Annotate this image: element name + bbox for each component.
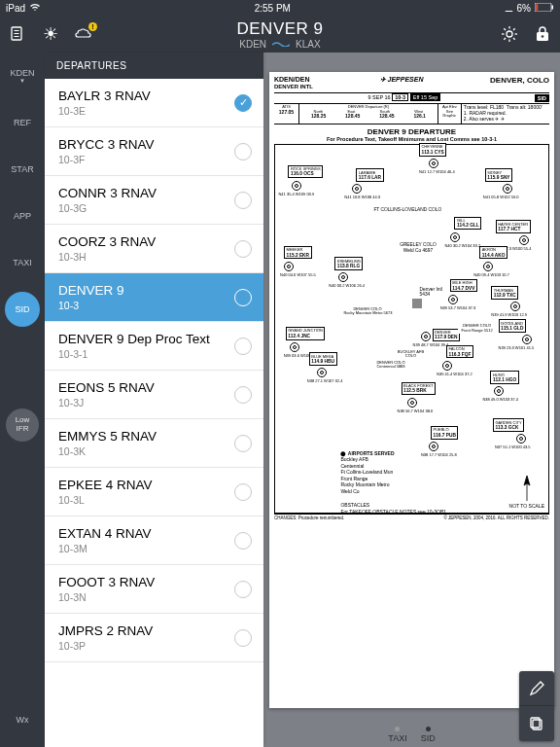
departure-radio[interactable] — [234, 532, 252, 550]
navaid: GILL114.2 GLLN40 30.2 W104 33.2 — [450, 232, 460, 242]
departure-radio[interactable]: ✓ — [234, 94, 252, 112]
departure-name: EXTAN 4 RNAV — [58, 526, 152, 541]
nav-rail: KDEN▼ REF STAR APP TAXI SID Low IFR Wx — [0, 53, 45, 747]
wifi-icon — [29, 3, 41, 14]
departures-list[interactable]: BAYLR 3 RNAV10-3E✓BRYCC 3 RNAV10-3FCONNR… — [45, 79, 263, 747]
rail-sid[interactable]: SID — [5, 292, 40, 327]
svg-point-17 — [542, 35, 544, 38]
navaid: LARAMIE117.6 LARN41 10.8 W108 44.3 — [352, 184, 362, 194]
navaid: HAYES CENTER117.7 HCTN40 27.3 W100 55.4 — [519, 235, 529, 245]
gear-icon[interactable] — [500, 24, 519, 44]
chart-panel[interactable]: KDEN/DEN DENVER INTL ✈ JEPPESEN DENVER, … — [263, 53, 560, 747]
departure-radio[interactable] — [234, 289, 252, 306]
rail-ref[interactable]: REF — [5, 105, 40, 140]
departure-row[interactable]: EXTAN 4 RNAV10-3M — [45, 516, 263, 565]
departure-radio[interactable] — [234, 143, 252, 160]
svg-rect-1 — [552, 5, 554, 9]
departure-radio[interactable] — [234, 483, 252, 501]
departure-name: EEONS 5 RNAV — [58, 380, 155, 395]
departure-code: 10-3-1 — [58, 348, 210, 360]
departure-row[interactable]: EPKEE 4 RNAV10-3L — [45, 468, 263, 516]
departure-radio[interactable] — [234, 581, 252, 598]
departure-radio[interactable] — [234, 240, 252, 258]
pager-tab-sid[interactable]: SID — [421, 733, 436, 743]
departure-row[interactable]: EEONS 5 RNAV10-3J — [45, 371, 263, 419]
departure-radio[interactable] — [234, 192, 252, 209]
departure-radio[interactable] — [234, 386, 252, 404]
pager-tab-taxi[interactable]: TAXI — [388, 733, 406, 743]
rail-wx[interactable]: Wx — [5, 702, 40, 737]
departure-row[interactable]: CONNR 3 RNAV10-3G — [45, 176, 263, 225]
navaid: BLUE MESA114.9 HBUN38 27.1 W107 02.4 — [317, 368, 327, 377]
navaid: DENVER COLOCentennial 5883 — [385, 365, 395, 374]
route-subtitle[interactable]: KDEN KLAX — [190, 39, 371, 50]
svg-rect-5 — [15, 33, 19, 34]
navaid: SIDNEY115.9 SNYN41 05.8 W102 59.0 — [503, 184, 512, 194]
top-toolbar: ☀ ! DENVER 9 KDEN KLAX — [0, 16, 560, 53]
navaid: MILE HIGH114.7 DVVN39 53.7 W104 37.3 — [448, 295, 458, 304]
svg-rect-4 — [15, 30, 19, 31]
chart-page: KDEN/DEN DENVER INTL ✈ JEPPESEN DENVER, … — [269, 72, 554, 708]
sun-icon[interactable]: ☀ — [41, 24, 60, 44]
departure-code: 10-3H — [58, 251, 156, 263]
chart-pager[interactable]: TAXI SID — [263, 727, 560, 743]
departure-code: 10-3P — [58, 640, 153, 652]
svg-line-12 — [504, 28, 506, 30]
departure-row[interactable]: EMMYS 5 RNAV10-3K — [45, 419, 263, 468]
departure-row[interactable]: BAYLR 3 RNAV10-3E✓ — [45, 79, 263, 127]
departure-row[interactable]: BRYCC 3 RNAV10-3F — [45, 127, 263, 176]
departure-radio[interactable] — [234, 435, 252, 452]
svg-rect-6 — [15, 36, 19, 37]
chart-map: ⬤ AIRPORTS SERVED Buckley AFB Centennial… — [274, 144, 549, 514]
navaid: DENVER COLOFront Range 5512 — [448, 328, 458, 338]
rail-airport[interactable]: KDEN▼ — [5, 58, 40, 93]
chart-city: DENVER, COLO — [490, 76, 549, 90]
departure-name: EMMYS 5 RNAV — [58, 429, 157, 444]
north-arrow-icon — [520, 476, 534, 501]
departure-code: 10-3M — [58, 543, 152, 554]
departure-radio[interactable] — [234, 338, 252, 355]
departure-code: 10-3 — [58, 300, 124, 311]
documents-icon[interactable] — [8, 24, 27, 44]
departure-row[interactable]: COORZ 3 RNAV10-3H — [45, 225, 263, 273]
navaid: AKRON114.4 AKON40 09.4 W103 10.7 — [483, 262, 493, 271]
chevron-down-icon: ▼ — [19, 78, 25, 84]
departures-header: DEPARTURES — [45, 53, 263, 79]
bluetooth-icon: ⚊ — [505, 3, 513, 14]
departure-row[interactable]: FOOOT 3 RNAV10-3N — [45, 565, 263, 614]
svg-line-13 — [513, 38, 515, 40]
weather-alert-icon[interactable]: ! — [74, 24, 93, 44]
navaid: FT COLLINS-LOVELAND COLOFt Collins-Lovel… — [402, 221, 411, 231]
annotate-button[interactable] — [519, 671, 554, 706]
departure-code: 10-3J — [58, 397, 155, 409]
jeppesen-logo: ✈ JEPPESEN — [380, 76, 424, 83]
copy-button[interactable] — [519, 706, 554, 741]
navaid: Denver Intl5434 — [412, 299, 422, 308]
departure-code: 10-3G — [58, 202, 157, 214]
departure-row[interactable]: JMPRS 2 RNAV10-3P — [45, 614, 263, 662]
chart-ident: KDEN/DEN — [274, 76, 313, 84]
rail-enroute[interactable]: Low IFR — [6, 409, 39, 442]
rail-star[interactable]: STAR — [5, 152, 40, 187]
route-wave-icon — [272, 42, 290, 47]
route-origin: KDEN — [239, 39, 266, 50]
navaid: GRAND JUNCTION112.4 JNCN39 03.6 W108 47.… — [290, 342, 299, 352]
battery-pct: 6% — [517, 3, 531, 14]
departure-radio[interactable] — [234, 629, 252, 647]
navaid: HUGO112.1 HGON38 49.0 W103 37.4 — [494, 386, 504, 396]
navaid: BLACK FOREST112.5 BRKN38 56.7 W104 38.0 — [407, 398, 417, 408]
departure-row[interactable]: DENVER 910-3 — [45, 273, 263, 322]
navaid: PUEBLO116.7 PUBN38 17.7 W104 25.8 — [429, 442, 438, 451]
route-dest: KLAX — [296, 39, 321, 50]
lock-icon[interactable] — [533, 24, 552, 44]
departure-row[interactable]: DENVER 9 Dep Proc Text10-3-1 — [45, 322, 263, 371]
chart-tools — [519, 671, 554, 741]
navaid: FALCON116.3 FQFN39 41.4 W104 37.2 — [442, 361, 452, 371]
rail-app[interactable]: APP — [5, 198, 40, 233]
clock: 2:55 PM — [255, 3, 291, 14]
svg-line-14 — [504, 38, 506, 40]
departure-name: FOOOT 3 RNAV — [58, 575, 155, 589]
navaid: THURMAN112.9 TXCN39 41.9 W103 12.9 — [510, 302, 520, 311]
departure-code: 10-3L — [58, 494, 153, 506]
rail-taxi[interactable]: TAXI — [5, 245, 40, 280]
